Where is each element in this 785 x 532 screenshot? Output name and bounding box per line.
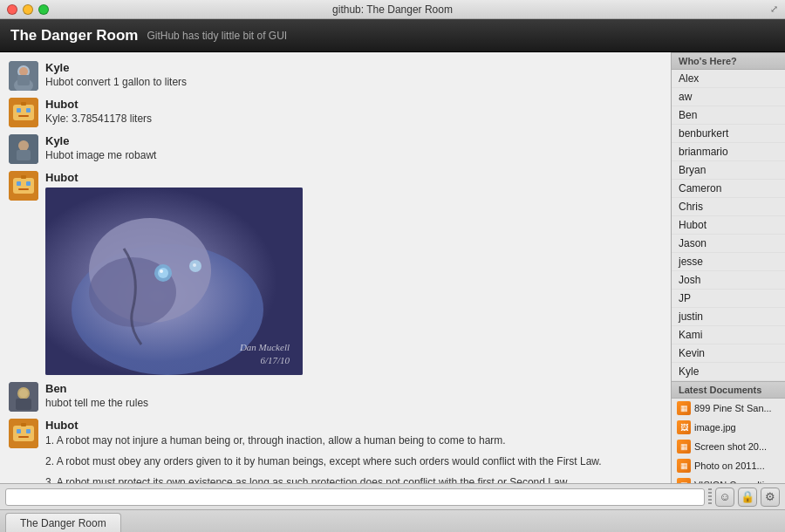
svg-rect-34: [13, 426, 34, 441]
avatar: [9, 61, 38, 91]
doc-label: image.jpg: [694, 422, 736, 433]
doc-label: VISION Consulti...: [694, 480, 772, 483]
message-text: hubot tell me the rules: [45, 396, 662, 411]
sidebar-item-jason[interactable]: Jason: [672, 235, 785, 253]
message-username: Hubot: [45, 419, 662, 432]
sidebar-item-ben[interactable]: Ben: [672, 106, 785, 125]
svg-point-28: [193, 263, 196, 267]
doc-label: 899 Pine St San...: [694, 403, 772, 413]
doc-icon: ▦: [677, 478, 691, 483]
sidebar-item-alex[interactable]: Alex: [672, 70, 785, 88]
message-username: Kyle: [45, 134, 662, 147]
svg-point-25: [158, 268, 168, 278]
chat-input[interactable]: [5, 488, 705, 506]
svg-rect-35: [17, 429, 21, 433]
tab-danger-room[interactable]: The Danger Room: [5, 513, 121, 532]
svg-rect-9: [18, 115, 29, 117]
sidebar-item-kami[interactable]: Kami: [672, 326, 785, 344]
doc-label: Photo on 2011...: [694, 460, 765, 471]
sidebar-item-jesse[interactable]: jesse: [672, 253, 785, 271]
message-username: Hubot: [45, 98, 662, 111]
message-content: Kyle Hubot image me robawt: [45, 134, 662, 163]
maximize-button[interactable]: [38, 4, 49, 15]
svg-rect-8: [26, 108, 31, 113]
title-bar: github: The Danger Room ⤢: [0, 0, 785, 19]
message-row: Hubot: [0, 167, 671, 379]
resize-icon: ⤢: [770, 3, 778, 15]
message-row: Kyle Hubot convert 1 gallon to liters: [0, 58, 671, 94]
gear-icon: ⚙: [765, 490, 775, 503]
svg-rect-31: [16, 399, 31, 410]
svg-point-26: [160, 269, 163, 273]
doc-label: Screen shot 20...: [694, 441, 767, 452]
message-text: Hubot convert 1 gallon to liters: [45, 75, 662, 90]
sidebar-item-josh[interactable]: Josh: [672, 271, 785, 290]
svg-rect-13: [17, 150, 31, 160]
svg-rect-6: [13, 105, 34, 120]
sidebar-item-aw[interactable]: aw: [672, 88, 785, 106]
message-content: Ben hubot tell me the rules: [45, 382, 662, 411]
sidebar-item-cameron[interactable]: Cameron: [672, 180, 785, 198]
svg-rect-37: [18, 436, 29, 438]
message-text: Hubot image me robawt: [45, 148, 662, 163]
message-username: Ben: [45, 382, 662, 395]
avatar: [9, 134, 38, 164]
avatar: [9, 419, 38, 448]
minimize-button[interactable]: [23, 4, 33, 15]
sidebar-doc-item[interactable]: ▦ 899 Pine St San...: [672, 399, 785, 418]
sidebar-item-hubot[interactable]: Hubot: [672, 216, 785, 235]
doc-icon: ▦: [677, 459, 691, 473]
svg-rect-7: [17, 108, 21, 113]
message-content: Hubot: [45, 171, 662, 375]
lock-icon: 🔒: [741, 490, 754, 503]
smiley-button[interactable]: ☺: [715, 488, 734, 507]
sidebar-item-chris[interactable]: Chris: [672, 198, 785, 216]
sidebar-item-benburkert[interactable]: benburkert: [672, 125, 785, 143]
chat-area[interactable]: Kyle Hubot convert 1 gallon to liters Hu…: [0, 52, 672, 483]
sidebar-doc-item[interactable]: ▦ VISION Consulti...: [672, 475, 785, 483]
sidebar-item-justin[interactable]: justin: [672, 308, 785, 326]
sidebar: Who's Here? Alex aw Ben benburkert brian…: [672, 52, 785, 483]
close-button[interactable]: [7, 4, 17, 15]
main-layout: Kyle Hubot convert 1 gallon to liters Hu…: [0, 52, 785, 483]
doc-icon: ▦: [677, 440, 691, 454]
whos-here-header: Who's Here?: [672, 52, 785, 70]
svg-rect-15: [13, 178, 34, 194]
laws-text: 1. A robot may not injure a human being …: [45, 433, 662, 483]
sidebar-item-kyle[interactable]: Kyle: [672, 363, 785, 381]
avatar: [9, 171, 38, 201]
message-username: Hubot: [45, 171, 662, 184]
message-row: Hubot Kyle: 3.78541178 liters: [0, 94, 671, 131]
message-row: Kyle Hubot image me robawt: [0, 131, 671, 167]
avatar: [9, 98, 38, 127]
channel-subtitle: GitHub has tidy little bit of GUI: [147, 30, 287, 42]
svg-point-3: [19, 67, 28, 76]
sidebar-doc-item[interactable]: 🖼 image.jpg: [672, 418, 785, 437]
svg-rect-16: [17, 181, 21, 186]
sidebar-item-bryan[interactable]: Bryan: [672, 161, 785, 180]
window-title: github: The Danger Room: [332, 3, 453, 16]
sidebar-doc-item[interactable]: ▦ Photo on 2011...: [672, 456, 785, 475]
app-header: The Danger Room GitHub has tidy little b…: [0, 19, 785, 52]
smiley-icon: ☺: [719, 490, 730, 503]
tab-label: The Danger Room: [20, 517, 106, 529]
tab-bar: The Danger Room: [0, 509, 785, 532]
message-content: Hubot Kyle: 3.78541178 liters: [45, 98, 662, 126]
message-text: Kyle: 3.78541178 liters: [45, 112, 662, 126]
divider: [708, 488, 712, 506]
sidebar-item-brianmario[interactable]: brianmario: [672, 143, 785, 161]
lock-button[interactable]: 🔒: [738, 488, 757, 507]
doc-icon: ▦: [677, 401, 691, 415]
sidebar-item-jp[interactable]: JP: [672, 290, 785, 308]
input-bar: ☺ 🔒 ⚙: [0, 483, 785, 509]
sidebar-doc-item[interactable]: ▦ Screen shot 20...: [672, 437, 785, 456]
message-row: Ben hubot tell me the rules: [0, 379, 671, 415]
sidebar-item-kevin[interactable]: Kevin: [672, 344, 785, 363]
window-controls[interactable]: [7, 4, 49, 15]
gear-button[interactable]: ⚙: [761, 488, 780, 507]
svg-point-12: [18, 140, 29, 151]
channel-title: The Danger Room: [10, 27, 138, 44]
svg-rect-38: [21, 423, 26, 426]
robot-signature: Dan Muckell6/17/10: [240, 341, 290, 366]
svg-rect-19: [21, 175, 26, 179]
